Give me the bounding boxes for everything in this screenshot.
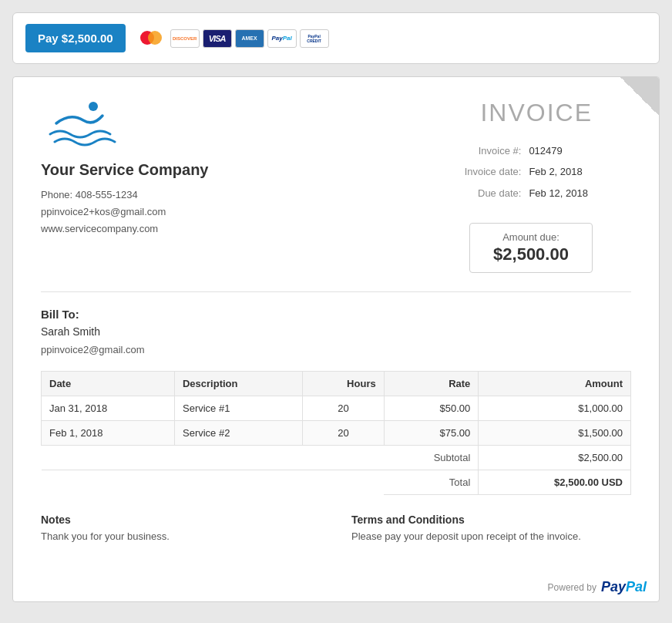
invoice-date-value: Feb 2, 2018 [526,162,591,181]
discover-icon: DISCOVER [170,29,200,48]
terms-text: Please pay your deposit upon receipt of … [351,530,631,542]
subtotal-value: $2,500.00 [479,446,631,470]
invoice-header: Your Service Company Phone: 408-555-1234… [41,99,631,273]
top-bar: Pay $2,500.00 DISCOVER VISA AMEX PayPal … [12,12,660,64]
col-header-rate: Rate [384,372,479,396]
invoice-footer: Powered by PayPal [13,570,659,601]
notes-terms-section: Notes Thank you for your business. Terms… [41,514,631,542]
col-header-date: Date [42,372,175,396]
row-0-date: Jan 31, 2018 [42,396,175,421]
bill-to-name: Sarah Smith [41,325,631,338]
subtotal-row: Subtotal $2,500.00 [42,446,631,470]
pay-button[interactable]: Pay $2,500.00 [25,24,126,52]
row-1-date: Feb 1, 2018 [42,421,175,446]
invoice-number-value: 012479 [526,141,591,160]
row-0-description: Service #1 [174,396,302,421]
terms-title: Terms and Conditions [351,514,631,526]
total-label: Total [384,470,479,495]
subtotal-label: Subtotal [384,446,479,470]
company-info: Your Service Company Phone: 408-555-1234… [41,99,317,237]
paypal-pal-text: Pal [626,579,647,594]
total-row: Total $2,500.00 USD [42,470,631,495]
table-row: Jan 31, 2018 Service #1 20 $50.00 $1,000… [42,396,631,421]
amount-due-value: $2,500.00 [482,244,580,264]
items-table: Date Description Hours Rate Amount Jan 3… [41,371,631,495]
header-divider [41,291,631,292]
invoice-meta-area: INVOICE Invoice #: 012479 Invoice date: … [317,99,631,273]
paypal-icon: PayPal [267,29,297,48]
row-1-amount: $1,500.00 [479,421,631,446]
company-logo [41,99,317,152]
invoice-due-value: Feb 12, 2018 [526,184,591,203]
row-1-description: Service #2 [174,421,302,446]
row-0-amount: $1,000.00 [479,396,631,421]
table-row: Feb 1, 2018 Service #2 20 $75.00 $1,500.… [42,421,631,446]
paypal-pay-text: Pay [601,579,626,594]
paypal-credit-icon: PayPalCREDIT [300,29,329,48]
notes-text: Thank you for your business. [41,530,321,542]
amount-due-box: Amount due: $2,500.00 [469,223,593,273]
company-email: ppinvoice2+kos@gmail.com [41,204,317,221]
amount-due-label: Amount due: [482,231,580,243]
invoice-title: INVOICE [317,99,593,127]
invoice-meta: Invoice #: 012479 Invoice date: Feb 2, 2… [317,140,593,204]
col-header-amount: Amount [479,372,631,396]
row-1-hours: 20 [303,421,384,446]
svg-point-0 [89,102,98,111]
invoice-number-label: Invoice #: [462,141,525,160]
company-contact: Phone: 408-555-1234 ppinvoice2+kos@gmail… [41,187,317,237]
invoice-date-label: Invoice date: [462,162,525,181]
company-phone: Phone: 408-555-1234 [41,187,317,204]
row-0-hours: 20 [303,396,384,421]
col-header-description: Description [174,372,302,396]
terms-col: Terms and Conditions Please pay your dep… [351,514,631,542]
table-header-row: Date Description Hours Rate Amount [42,372,631,396]
invoice-due-label: Due date: [462,184,525,203]
bill-to-title: Bill To: [41,308,631,321]
amex-icon: AMEX [235,29,264,48]
visa-icon: VISA [203,29,232,48]
bill-to-section: Bill To: Sarah Smith ppinvoice2@gmail.co… [41,308,631,355]
row-0-rate: $50.00 [384,396,479,421]
invoice-card: Your Service Company Phone: 408-555-1234… [12,76,660,602]
row-1-rate: $75.00 [384,421,479,446]
powered-by-text: Powered by [548,582,596,593]
paypal-logo-text: PayPal [601,579,647,595]
bill-to-email: ppinvoice2@gmail.com [41,344,631,355]
total-value: $2,500.00 USD [479,470,631,495]
col-header-hours: Hours [303,372,384,396]
notes-col: Notes Thank you for your business. [41,514,321,542]
company-name: Your Service Company [41,161,317,179]
notes-title: Notes [41,514,321,526]
paypal-logo: PayPal [601,579,647,595]
company-website: www.servicecompany.com [41,221,317,237]
payment-icons: DISCOVER VISA AMEX PayPal PayPalCREDIT [138,29,329,48]
mastercard-icon [138,29,167,48]
